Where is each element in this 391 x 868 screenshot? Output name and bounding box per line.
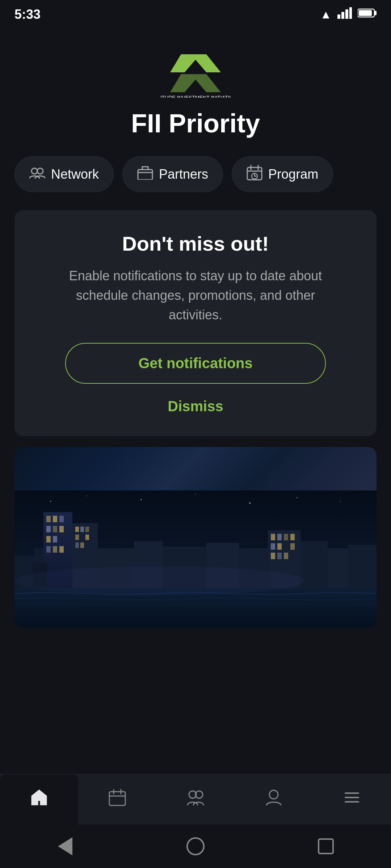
nav-pill-program-label: Program bbox=[268, 167, 318, 182]
svg-rect-60 bbox=[271, 553, 275, 559]
svg-rect-65 bbox=[348, 545, 377, 588]
signal-icon bbox=[337, 7, 352, 22]
svg-rect-43 bbox=[59, 546, 64, 553]
svg-rect-49 bbox=[85, 535, 89, 540]
android-back-button[interactable] bbox=[54, 835, 76, 857]
get-notifications-button[interactable]: Get notifications bbox=[65, 343, 326, 384]
svg-rect-74 bbox=[109, 792, 125, 805]
svg-point-17 bbox=[50, 501, 51, 502]
svg-rect-41 bbox=[46, 546, 51, 553]
network-icon bbox=[29, 166, 45, 182]
svg-rect-39 bbox=[46, 536, 51, 542]
calendar-nav-icon bbox=[108, 788, 127, 811]
svg-rect-56 bbox=[290, 534, 295, 540]
svg-rect-13 bbox=[138, 170, 152, 180]
recent-icon bbox=[318, 838, 334, 854]
svg-point-12 bbox=[37, 168, 43, 174]
svg-rect-0 bbox=[337, 14, 340, 19]
menu-icon bbox=[342, 788, 361, 811]
svg-rect-45 bbox=[75, 527, 79, 532]
header: FUTURE INVESTMENT INITIATIVE FII Priorit… bbox=[0, 29, 391, 145]
svg-rect-48 bbox=[75, 535, 79, 540]
svg-rect-47 bbox=[85, 527, 89, 532]
nav-pill-network-label: Network bbox=[51, 167, 99, 182]
svg-point-18 bbox=[87, 495, 87, 496]
notification-body: Enable notifications to stay up to date … bbox=[57, 266, 334, 325]
svg-rect-58 bbox=[277, 543, 282, 550]
svg-point-20 bbox=[195, 494, 196, 494]
svg-rect-5 bbox=[374, 11, 377, 15]
svg-rect-53 bbox=[271, 534, 275, 540]
svg-rect-1 bbox=[341, 12, 344, 19]
android-home-button[interactable] bbox=[185, 835, 206, 857]
svg-rect-42 bbox=[53, 546, 57, 553]
svg-rect-37 bbox=[53, 526, 57, 532]
svg-point-22 bbox=[297, 497, 298, 498]
nav-pill-program[interactable]: Program bbox=[232, 156, 333, 192]
svg-rect-35 bbox=[59, 516, 64, 522]
partners-icon bbox=[137, 165, 153, 183]
svg-rect-54 bbox=[277, 534, 282, 540]
bottom-nav-home[interactable] bbox=[0, 774, 78, 825]
home-button-icon bbox=[186, 837, 205, 855]
status-time: 5:33 bbox=[14, 7, 41, 22]
svg-point-73 bbox=[14, 566, 304, 595]
svg-point-21 bbox=[249, 502, 251, 504]
fii-logo: FUTURE INVESTMENT INITIATIVE bbox=[159, 47, 232, 98]
svg-point-19 bbox=[141, 499, 142, 500]
home-icon bbox=[30, 788, 49, 811]
svg-rect-38 bbox=[59, 526, 64, 532]
android-recent-button[interactable] bbox=[315, 835, 337, 857]
bottom-nav-calendar[interactable] bbox=[78, 774, 156, 825]
svg-rect-40 bbox=[53, 536, 57, 542]
program-icon bbox=[247, 165, 262, 184]
svg-rect-46 bbox=[80, 527, 84, 532]
city-skyline bbox=[14, 490, 377, 628]
android-nav bbox=[0, 825, 391, 868]
svg-text:FUTURE INVESTMENT INITIATIVE: FUTURE INVESTMENT INITIATIVE bbox=[159, 95, 232, 98]
svg-point-77 bbox=[269, 790, 278, 799]
svg-rect-36 bbox=[46, 526, 51, 532]
network-nav-icon bbox=[186, 788, 205, 811]
svg-rect-57 bbox=[271, 543, 275, 550]
svg-point-11 bbox=[31, 168, 37, 174]
svg-rect-34 bbox=[53, 516, 57, 522]
logo-container: FUTURE INVESTMENT INITIATIVE bbox=[156, 43, 235, 101]
bottom-nav bbox=[0, 774, 391, 825]
svg-rect-6 bbox=[359, 10, 372, 16]
svg-rect-63 bbox=[300, 541, 328, 588]
svg-rect-59 bbox=[290, 543, 295, 550]
wifi-icon: ▲ bbox=[320, 8, 332, 21]
nav-pill-network[interactable]: Network bbox=[14, 156, 114, 192]
bottom-nav-profile[interactable] bbox=[235, 774, 313, 825]
bottom-nav-menu[interactable] bbox=[313, 774, 391, 825]
svg-rect-62 bbox=[284, 553, 288, 559]
city-image bbox=[14, 447, 377, 628]
app-title: FII Priority bbox=[131, 109, 260, 138]
svg-rect-61 bbox=[277, 553, 282, 559]
dismiss-button[interactable]: Dismiss bbox=[168, 398, 223, 414]
bottom-nav-network[interactable] bbox=[156, 774, 235, 825]
back-icon bbox=[58, 837, 72, 855]
notification-card: Don't miss out! Enable notifications to … bbox=[14, 210, 377, 436]
notification-title: Don't miss out! bbox=[122, 232, 269, 255]
svg-rect-64 bbox=[328, 548, 349, 588]
svg-rect-55 bbox=[284, 534, 288, 540]
profile-nav-icon bbox=[264, 788, 283, 811]
svg-rect-3 bbox=[349, 7, 352, 19]
battery-icon bbox=[358, 8, 377, 21]
svg-rect-33 bbox=[46, 516, 51, 522]
svg-rect-50 bbox=[75, 542, 79, 548]
svg-point-23 bbox=[340, 501, 341, 502]
status-icons: ▲ bbox=[320, 7, 377, 22]
nav-pill-partners[interactable]: Partners bbox=[122, 156, 223, 192]
nav-pills: Network Partners Program bbox=[0, 145, 391, 203]
svg-rect-2 bbox=[345, 9, 348, 19]
svg-rect-51 bbox=[80, 542, 84, 548]
nav-pill-partners-label: Partners bbox=[159, 167, 208, 182]
status-bar: 5:33 ▲ bbox=[0, 0, 391, 29]
